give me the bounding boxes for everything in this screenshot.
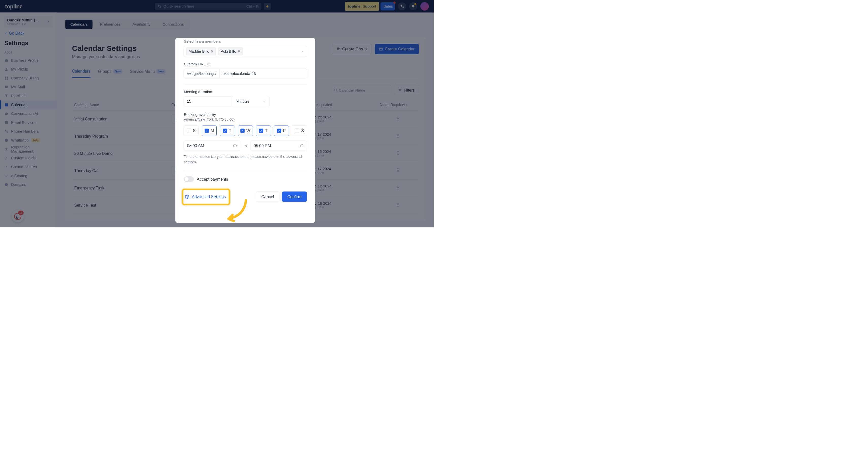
time-to-input[interactable]: 05:00 PM bbox=[250, 141, 307, 151]
day-toggle[interactable]: T bbox=[256, 126, 271, 136]
team-members-label: Select team members bbox=[184, 39, 307, 43]
day-toggle[interactable]: W bbox=[238, 126, 253, 136]
to-label: to bbox=[244, 143, 247, 148]
remove-chip-icon[interactable]: ✕ bbox=[211, 50, 214, 54]
availability-label: Booking availability bbox=[184, 112, 307, 117]
timezone-label: America/New_York (UTC-05:00) bbox=[184, 118, 307, 122]
gear-icon bbox=[185, 194, 190, 199]
arrow-annotation bbox=[223, 198, 250, 225]
checkbox bbox=[277, 129, 281, 133]
chevron-down-icon bbox=[301, 50, 305, 53]
custom-url-label: Custom URL bbox=[184, 62, 307, 66]
day-toggle[interactable]: T bbox=[220, 126, 235, 136]
duration-label: Meeting duration bbox=[184, 90, 307, 94]
accept-payments-toggle[interactable] bbox=[184, 176, 194, 182]
team-chip[interactable]: Poki Billo✕ bbox=[218, 48, 243, 55]
time-from-input[interactable]: 08:00 AM bbox=[184, 141, 240, 151]
divider bbox=[184, 85, 307, 85]
checkbox bbox=[205, 129, 209, 133]
availability-hint: To further customize your business hours… bbox=[184, 154, 307, 165]
day-toggle[interactable]: S bbox=[292, 126, 307, 136]
day-toggle[interactable]: M bbox=[202, 126, 217, 136]
confirm-button[interactable]: Confirm bbox=[282, 192, 307, 202]
chevron-down-icon bbox=[263, 100, 266, 103]
cancel-button[interactable]: Cancel bbox=[256, 192, 279, 202]
duration-value-input[interactable]: 15 bbox=[184, 97, 233, 106]
days-selector: SMTWTFS bbox=[184, 126, 307, 136]
clock-icon bbox=[233, 144, 237, 148]
duration-unit-select[interactable]: Minutes bbox=[233, 97, 269, 106]
checkbox bbox=[187, 129, 191, 133]
advanced-settings-link[interactable]: Advanced Settings bbox=[185, 194, 226, 199]
day-toggle[interactable]: S bbox=[184, 126, 199, 136]
checkbox bbox=[259, 129, 264, 133]
svg-point-37 bbox=[187, 196, 188, 197]
day-toggle[interactable]: F bbox=[274, 126, 289, 136]
team-members-input[interactable]: Maddie Billo✕ Poki Billo✕ bbox=[184, 46, 307, 57]
remove-chip-icon[interactable]: ✕ bbox=[238, 50, 240, 54]
calendar-settings-modal: Select team members Maddie Billo✕ Poki B… bbox=[175, 38, 315, 223]
clock-icon bbox=[300, 144, 304, 148]
accept-payments-label: Accept payments bbox=[197, 177, 228, 182]
team-chip[interactable]: Maddie Billo✕ bbox=[186, 48, 216, 55]
url-input[interactable]: examplecalendar13 bbox=[220, 69, 307, 78]
checkbox bbox=[240, 129, 245, 133]
url-prefix: /widget/bookings/ bbox=[184, 69, 220, 78]
info-icon[interactable] bbox=[207, 62, 211, 66]
checkbox bbox=[295, 129, 299, 133]
checkbox bbox=[223, 129, 227, 133]
